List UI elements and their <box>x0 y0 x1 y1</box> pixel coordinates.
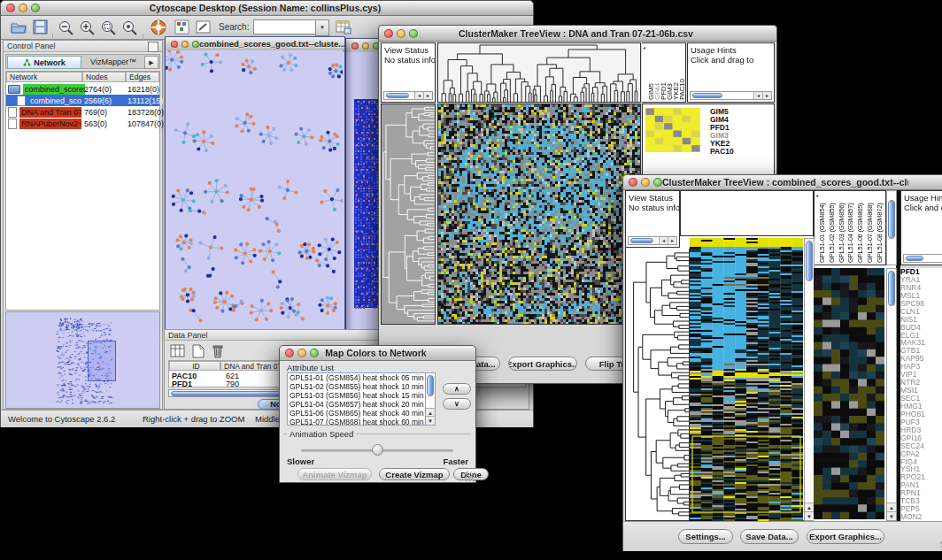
scroll-down-icon[interactable]: ▼ <box>805 511 814 520</box>
network-tree-row[interactable]: combined_sco2569(6)13112(15) <box>6 95 159 106</box>
attribute-list-item[interactable]: GPL51-04 (GSM857) heat shock 20 min <box>288 400 425 409</box>
create-vizmap-button[interactable]: Create Vizmap <box>379 468 450 480</box>
scroll-down-icon[interactable]: ▼ <box>887 511 896 520</box>
zoom-selected-icon[interactable] <box>121 19 138 35</box>
tv1-column-dendrogram-canvas[interactable] <box>438 43 640 102</box>
gene-label[interactable]: RPN1 <box>900 489 942 497</box>
dialog-titlebar[interactable]: Map Colors to Network <box>280 346 475 361</box>
tab-overflow-icon[interactable]: ▶ <box>144 56 158 69</box>
tv1-hints-hscrollbar[interactable]: ◂ ▸ <box>690 91 772 100</box>
zoom-fit-icon[interactable] <box>100 19 117 35</box>
tv1-status-hscrollbar[interactable]: ◂ ▸ <box>383 91 433 100</box>
attribute-list-item[interactable]: GPL51-06 (GSM865) heat shock 40 min <box>288 409 425 418</box>
main-titlebar[interactable]: Cytoscape Desktop (Session Name: collins… <box>1 1 533 16</box>
gene-label[interactable]: PAN1 <box>900 481 942 489</box>
gene-label[interactable]: CLN1 <box>900 308 942 316</box>
close-button[interactable] <box>384 29 393 38</box>
gene-label[interactable]: SPC98 <box>900 300 942 308</box>
scroll-left-icon[interactable]: ◂ <box>753 92 762 99</box>
vizmap-icon[interactable] <box>174 19 189 35</box>
gene-label[interactable]: MSL1 <box>900 292 942 300</box>
zoom-button[interactable] <box>653 178 662 187</box>
resize-grip[interactable] <box>465 472 475 481</box>
tv1-export-graphics-button[interactable]: Export Graphics... <box>508 357 577 371</box>
close-button[interactable] <box>285 349 294 357</box>
table-cell-value[interactable]: 790 <box>226 380 239 388</box>
tv2-labels-vscrollbar[interactable] <box>886 190 897 265</box>
gene-label[interactable]: NTR2 <box>900 379 942 387</box>
tv2-export-graphics-button[interactable]: Export Graphics... <box>807 529 884 544</box>
scroll-right-icon[interactable]: ▸ <box>762 92 771 99</box>
tv1-zoom-matrix-canvas[interactable] <box>645 108 700 152</box>
close-button[interactable] <box>351 42 359 50</box>
tv2-status-hscrollbar[interactable]: ◂ ▸ <box>628 236 677 245</box>
open-file-icon[interactable] <box>10 19 27 35</box>
gene-label[interactable]: MSI1 <box>900 387 942 395</box>
gene-label[interactable]: TCB3 <box>900 497 942 505</box>
tv2-heatmap-canvas[interactable] <box>690 238 803 521</box>
gene-label[interactable]: ELG1 <box>900 332 942 340</box>
attribute-list-item[interactable]: GPL51-03 (GSM856) heat shock 15 min <box>288 391 425 400</box>
gene-label[interactable]: BUD4 <box>900 324 942 332</box>
animation-speed-slider-thumb[interactable] <box>372 444 383 456</box>
help-icon[interactable] <box>150 19 167 36</box>
search-input[interactable] <box>253 19 317 35</box>
gene-label[interactable]: CPA2 <box>900 450 942 458</box>
attribute-list-item[interactable]: GPL51-01 (GSM854) heat shock 05 min <box>288 373 425 382</box>
scroll-down-icon[interactable]: ▼ <box>426 416 435 425</box>
gene-label[interactable]: PHO81 <box>900 410 942 418</box>
float-panel-icon[interactable] <box>148 42 158 52</box>
gene-label[interactable]: MON2 <box>900 513 942 521</box>
column-header-network[interactable]: Network <box>6 72 82 82</box>
minimize-button[interactable] <box>362 42 369 50</box>
move-attribute-down-button[interactable]: ∨ <box>443 398 471 410</box>
gene-label[interactable]: SEC24 <box>900 442 942 450</box>
gene-label[interactable]: RPO21 <box>900 473 942 481</box>
tv2-row-dendrogram-canvas[interactable] <box>626 249 689 519</box>
treeview1-titlebar[interactable]: ClusterMaker TreeView : DNA and Tran 07-… <box>379 26 776 42</box>
treeview2-titlebar[interactable]: ClusterMaker TreeView : combined_scores_… <box>623 175 942 190</box>
tv2-settings-button[interactable]: Settings... <box>678 529 733 544</box>
gene-label[interactable]: PEP5 <box>900 505 942 513</box>
gene-label[interactable]: SEC1 <box>900 395 942 403</box>
tv1-row-dendrogram-canvas[interactable] <box>382 104 435 324</box>
scroll-right-icon[interactable]: ▸ <box>423 92 432 99</box>
annotation-icon[interactable] <box>196 19 212 35</box>
minimize-button[interactable] <box>19 4 27 12</box>
minimize-button[interactable] <box>181 41 189 48</box>
move-attribute-up-button[interactable]: ∧ <box>443 383 471 395</box>
tv2-hints-hscrollbar[interactable] <box>903 254 942 263</box>
birdseye-view-canvas[interactable] <box>6 312 159 408</box>
network-canvas[interactable] <box>166 50 343 330</box>
table-cell-id[interactable]: PFD1 <box>172 380 192 388</box>
gene-label[interactable]: GPI16 <box>900 434 942 442</box>
delete-attribute-icon[interactable] <box>211 343 225 359</box>
network-window-titlebar[interactable]: combined_scores_good.txt--cluste... <box>166 37 344 51</box>
minimize-button[interactable] <box>297 349 306 357</box>
close-button[interactable] <box>6 4 15 12</box>
gene-label[interactable]: PUF3 <box>900 418 942 426</box>
gene-label[interactable]: HAP3 <box>900 363 942 371</box>
zoom-button[interactable] <box>31 4 40 12</box>
gene-label[interactable]: HMG1 <box>900 403 942 410</box>
scroll-left-icon[interactable]: ◂ <box>659 237 668 244</box>
tv2-zoom-vscrollbar[interactable]: ▲ ▼ <box>886 268 897 521</box>
scroll-left-icon[interactable]: ◂ <box>643 44 645 50</box>
network-tree-row[interactable]: combined_scores2764(0)16218(0) <box>6 83 159 95</box>
column-header-id[interactable]: ID <box>169 361 220 371</box>
scroll-up-icon[interactable]: ▲ <box>887 502 896 511</box>
gene-label[interactable]: NIS1 <box>900 316 942 324</box>
attribute-list-item[interactable]: GPL51-07 (GSM868) heat shock 60 min <box>288 418 425 425</box>
network-tree-row[interactable]: RNAPuberNov2+I563(0)107847(0) <box>6 118 159 129</box>
tv1-heatmap-canvas[interactable] <box>438 104 640 324</box>
scroll-right-icon[interactable]: ▸ <box>668 237 676 244</box>
gene-label[interactable]: YSH1 <box>900 465 942 473</box>
gene-label[interactable]: FIG4 <box>900 458 942 466</box>
gene-label[interactable]: MAK31 <box>900 339 942 347</box>
column-header-edges[interactable]: Edges <box>126 72 159 82</box>
attribute-table-icon[interactable] <box>170 344 186 358</box>
gene-label[interactable]: HRD3 <box>900 426 942 434</box>
tv2-column-dendrogram-panel[interactable] <box>680 190 814 236</box>
scroll-left-icon[interactable]: ◂ <box>414 92 423 99</box>
close-button[interactable] <box>171 41 178 48</box>
